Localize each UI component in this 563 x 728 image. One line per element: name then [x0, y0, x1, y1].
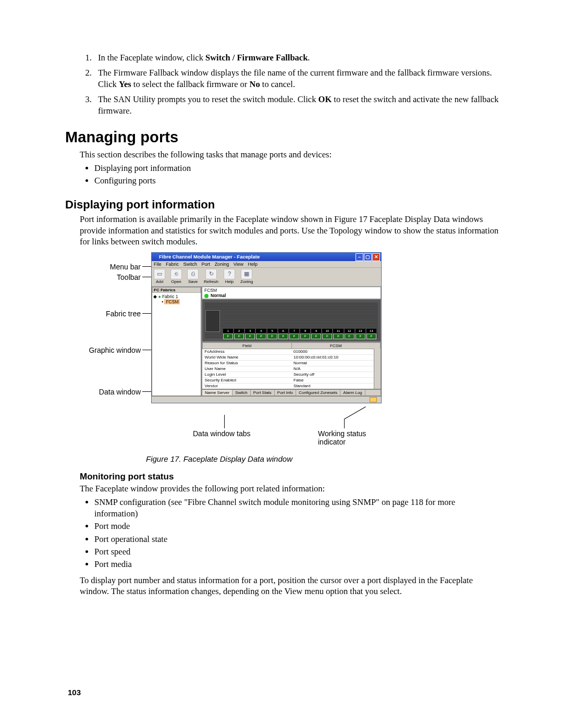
- port-number: 7: [289, 329, 299, 334]
- port-number: 2: [234, 329, 244, 334]
- port-slot[interactable]: F: [278, 334, 288, 339]
- save-icon: ⎙: [187, 269, 199, 279]
- menu-switch[interactable]: Switch: [183, 262, 198, 267]
- maximize-icon[interactable]: ▢: [364, 253, 372, 261]
- toolbar-save[interactable]: ⎙Save: [187, 269, 199, 284]
- step-1: In the Faceplate window, click Switch / …: [94, 52, 500, 63]
- heading-monitoring-port-status: Monitoring port status: [80, 472, 500, 482]
- list-item: Port media: [94, 559, 500, 570]
- minimize-icon[interactable]: –: [356, 253, 363, 261]
- figure-caption: Figure 17. Faceplate Display Data window: [146, 454, 500, 463]
- port-number: 1: [223, 329, 233, 334]
- menu-fabric[interactable]: Fabric: [166, 262, 179, 267]
- port-number: 14: [366, 329, 376, 334]
- para: Port information is available primarily …: [80, 214, 500, 247]
- text: to select the fallback firmware or: [131, 79, 250, 89]
- port-number: 4: [256, 329, 266, 334]
- tab-alarm-log[interactable]: Alarm Log: [340, 390, 365, 396]
- bold: Switch / Firmware Fallback: [205, 53, 308, 63]
- table-row[interactable]: World Wide Name10:00:00:c0:dd:01:c0:10: [203, 355, 381, 361]
- toolbar: ▭Add ⎋Open ⎙Save ↻Refresh ?Help ▦Zoning: [152, 268, 381, 287]
- menu-view[interactable]: View: [234, 262, 243, 267]
- scrollbar[interactable]: [374, 349, 381, 389]
- port-number: 6: [278, 329, 288, 334]
- port-slot[interactable]: F: [311, 334, 321, 339]
- table-row[interactable]: Reason for StatusNormal: [203, 361, 381, 366]
- table-row[interactable]: Flash VersionV1.4.0.47-0: [203, 389, 381, 390]
- menu-zoning[interactable]: Zoning: [215, 262, 229, 267]
- table-row[interactable]: User NameN/A: [203, 366, 381, 372]
- col-value: FCSM: [291, 343, 381, 349]
- tab-port-stats[interactable]: Port Stats: [251, 390, 275, 396]
- port-number: 11: [333, 329, 343, 334]
- data-window[interactable]: FieldFCSM FcAddress010000World Wide Name…: [202, 342, 381, 389]
- toolbar-open[interactable]: ⎋Open: [170, 269, 182, 284]
- list-item: Displaying port information: [94, 163, 500, 174]
- task-list: Displaying port information Configuring …: [80, 163, 500, 187]
- port-slot[interactable]: F: [333, 334, 343, 339]
- status-header: FCSM Normal: [202, 287, 381, 299]
- label-graphic-window: Graphic window: [83, 346, 141, 354]
- step-2: The Firmware Fallback window displays th…: [94, 67, 500, 90]
- port-slot[interactable]: F: [289, 334, 299, 339]
- fabric-tree[interactable]: FC Fabrics ◆ ● Fabric 1 ▪ FCSM: [152, 287, 201, 396]
- menu-bar[interactable]: File Fabric Switch Port Zoning View Help: [152, 261, 381, 268]
- port-number: 12: [345, 329, 354, 334]
- numbered-steps: In the Faceplate window, click Switch / …: [65, 52, 500, 116]
- heading-managing-ports: Managing ports: [65, 129, 500, 146]
- list-item: Port operational state: [94, 534, 500, 545]
- intro-para: This section describes the following tas…: [80, 149, 500, 160]
- bold: OK: [319, 94, 332, 104]
- table-row[interactable]: Security EnabledFalse: [203, 378, 381, 384]
- table-row[interactable]: VendorStandard: [203, 384, 381, 389]
- table-row[interactable]: Login LevelSecurity off: [203, 372, 381, 378]
- table-row[interactable]: FcAddress010000: [203, 349, 381, 355]
- label-data-window-tabs: Data window tabs: [193, 429, 251, 438]
- toolbar-refresh[interactable]: ↻Refresh: [204, 269, 218, 284]
- open-icon: ⎋: [170, 269, 182, 279]
- port-slot[interactable]: F: [345, 334, 354, 339]
- working-status-indicator: [370, 397, 378, 402]
- port-slot[interactable]: F: [356, 334, 365, 339]
- tab-switch[interactable]: Switch: [232, 390, 251, 396]
- toolbar-help[interactable]: ?Help: [224, 269, 235, 284]
- faceplate-window: Fibre Channel Module Manager - Faceplate…: [151, 252, 382, 403]
- tree-item-selected[interactable]: ▪ FCSM: [162, 299, 200, 304]
- tab-port-info[interactable]: Port Info: [275, 390, 296, 396]
- port-number: 8: [300, 329, 310, 334]
- port-slot[interactable]: F: [267, 334, 277, 339]
- bold: Yes: [119, 79, 131, 89]
- zoning-icon: ▦: [241, 269, 252, 279]
- window-statusbar: [152, 396, 381, 403]
- label-working-status-indicator: Working status indicator: [318, 429, 381, 446]
- graphic-window[interactable]: 1234567891011121314 FFFFFFFFFFFFFF: [202, 299, 381, 342]
- menu-file[interactable]: File: [154, 262, 162, 267]
- menu-port[interactable]: Port: [202, 262, 211, 267]
- menu-help[interactable]: Help: [248, 262, 258, 267]
- tree-item[interactable]: ◆ ● Fabric 1: [153, 294, 200, 299]
- toolbar-add[interactable]: ▭Add: [154, 269, 165, 284]
- port-slot[interactable]: F: [322, 334, 332, 339]
- port-number: 3: [245, 329, 255, 334]
- port-number: 5: [267, 329, 277, 334]
- port-slot[interactable]: F: [300, 334, 310, 339]
- port-slot[interactable]: F: [366, 334, 376, 339]
- port-slot[interactable]: F: [223, 334, 233, 339]
- close-icon[interactable]: ✕: [372, 253, 380, 261]
- tab-configured-zonesets[interactable]: Configured Zonesets: [296, 390, 340, 396]
- window-titlebar[interactable]: Fibre Channel Module Manager - Faceplate…: [152, 253, 381, 261]
- port-slot[interactable]: F: [256, 334, 266, 339]
- window-title: Fibre Channel Module Manager - Faceplate: [159, 254, 260, 260]
- para: The Faceplate window provides the follow…: [80, 483, 500, 494]
- add-icon: ▭: [154, 269, 165, 279]
- text: In the Faceplate window, click: [98, 53, 205, 63]
- page: In the Faceplate window, click Switch / …: [0, 0, 563, 728]
- tab-name-server[interactable]: Name Server: [202, 390, 232, 396]
- port-slot[interactable]: F: [234, 334, 244, 339]
- help-icon: ?: [224, 269, 235, 279]
- port-slot[interactable]: F: [245, 334, 255, 339]
- toolbar-zoning[interactable]: ▦Zoning: [240, 269, 253, 284]
- label-menu-bar: Menu bar: [83, 263, 141, 271]
- module-icon: [205, 310, 220, 332]
- step-3: The SAN Utility prompts you to reset the…: [94, 94, 500, 116]
